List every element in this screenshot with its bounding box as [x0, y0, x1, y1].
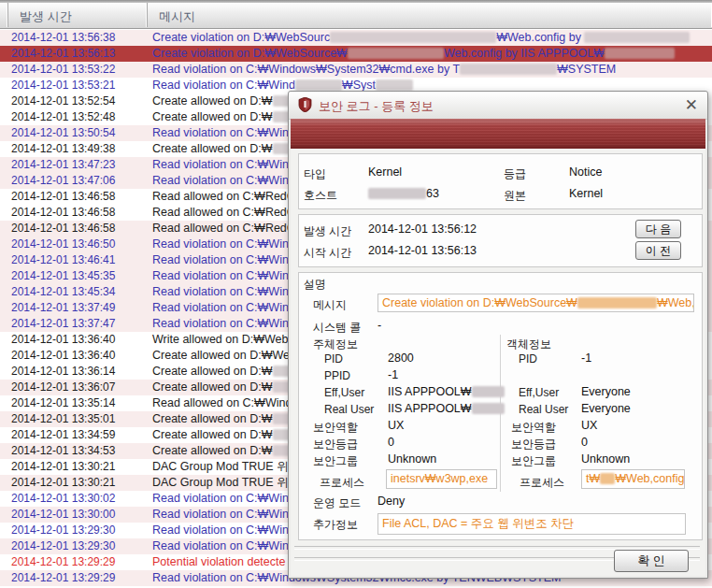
table-row[interactable]: 2014-12-01 13:56:38Create violation on D… [0, 30, 712, 46]
row-message: Create allowed on D:₩ [152, 109, 305, 125]
row-message: Read violation on C:₩Windo [152, 237, 302, 252]
row-message: Read violation on C:₩Windo [152, 491, 302, 507]
ok-button[interactable]: 확 인 [614, 550, 689, 572]
redacted-blur [460, 64, 557, 75]
source-label: 원본 [504, 188, 526, 204]
extra-info-label: 추가정보 [313, 517, 358, 533]
type-label: 타입 [304, 166, 326, 182]
row-message: Read allowed on C:₩RedC [152, 189, 295, 205]
row-message: Read violation on C:₩Windo [152, 300, 302, 316]
redacted-blur [295, 79, 342, 91]
redacted-blur [577, 297, 657, 308]
row-time: 2014-12-01 13:56:38 [11, 30, 115, 46]
message-input[interactable]: Create violation on D:₩WebSource₩₩Web, [377, 294, 694, 312]
row-message: Create allowed on D:₩ [152, 443, 297, 459]
row-message: DAC Group Mod TRUE 위험 [152, 459, 300, 475]
object-info-title: 객체정보 [506, 337, 551, 352]
prev-button[interactable]: 이 전 [635, 241, 681, 260]
extra-info-input[interactable]: File ACL, DAC = 주요 웹 위변조 차단 [377, 513, 686, 535]
header-message-column[interactable]: 메시지 [148, 3, 712, 27]
redacted-blur [376, 79, 413, 91]
dialog-title: 보안 로그 - 등록 정보 [319, 98, 434, 115]
field-label: 보안등급 [511, 437, 556, 452]
field-value: UX [388, 419, 404, 432]
close-icon[interactable]: ✕ [685, 95, 698, 115]
field-value: -1 [388, 368, 398, 381]
row-message: Create allowed on D:₩ [152, 380, 301, 395]
mode-value: Deny [377, 495, 405, 508]
field-label: PPID [324, 369, 350, 382]
row-time: 2014-12-01 13:56:13 [11, 46, 115, 62]
field-value: IIS APPPOOL₩ [388, 402, 505, 415]
row-message: Create violation on D:₩WebSource₩Web.con… [152, 46, 675, 62]
host-value: 63 [368, 187, 439, 200]
row-time: 2014-12-01 13:46:41 [11, 252, 115, 268]
row-time: 2014-12-01 13:46:58 [11, 189, 115, 205]
grade-value: Notice [569, 165, 602, 179]
header-time-column[interactable]: 발생 시간 [8, 3, 148, 27]
start-time-value: 2014-12-01 13:56:13 [368, 244, 477, 257]
row-message: Read violation on C:₩Windo [152, 268, 302, 284]
header-time-label: 발생 시간 [20, 8, 72, 25]
grade-label: 등급 [504, 166, 526, 182]
field-value: 0 [581, 436, 588, 449]
row-time: 2014-12-01 13:36:07 [11, 380, 115, 395]
object-process-input[interactable]: t₩₩Web,config [581, 469, 685, 489]
field-label: Real User [324, 403, 374, 416]
field-value: UX [581, 419, 597, 432]
info-groupbox: 타입 Kernel 등급 Notice 호스트 63 원본 Kernel [298, 153, 703, 209]
field-label: 보안역할 [511, 420, 556, 436]
redacted-blur [348, 48, 444, 59]
row-message: Write allowed on D:₩Web [152, 332, 288, 348]
subject-info-title: 주체정보 [313, 337, 358, 352]
row-time: 2014-12-01 13:29:30 [11, 538, 115, 554]
table-row[interactable]: 2014-12-01 13:56:13Create violation on D… [0, 46, 712, 62]
row-message: Create allowed on D:₩We [152, 348, 290, 364]
field-label: Eff,User [324, 386, 364, 399]
row-time: 2014-12-01 13:36:40 [11, 348, 115, 364]
row-time: 2014-12-01 13:53:22 [11, 62, 115, 78]
row-message: DAC Group Mod TRUE 위험 [152, 475, 300, 491]
row-time: 2014-12-01 13:29:29 [11, 554, 115, 570]
row-message: Read violation on C:₩Windo [152, 507, 302, 523]
dialog-titlebar[interactable]: 보안 로그 - 등록 정보 ✕ [289, 92, 707, 120]
row-message: Create violation on D:₩WebSourc₩Web.conf… [152, 30, 690, 46]
field-label: PID [324, 352, 343, 366]
field-value: 0 [388, 436, 394, 449]
syscall-value: - [377, 319, 381, 332]
occur-time-value: 2014-12-01 13:56:12 [368, 222, 477, 236]
row-time: 2014-12-01 13:30:21 [11, 475, 115, 491]
object-process-label: 프로세스 [520, 475, 564, 491]
field-value: 2800 [388, 351, 414, 365]
row-time: 2014-12-01 13:36:40 [11, 332, 115, 348]
header-selector-column[interactable] [0, 3, 8, 27]
table-row[interactable]: 2014-12-01 13:53:22Read violation on C:₩… [0, 62, 712, 78]
row-time: 2014-12-01 13:52:54 [11, 93, 115, 109]
dialog-security-log-properties: 보안 로그 - 등록 정보 ✕ 타입 Kernel 등급 Notice 호스트 … [288, 91, 708, 579]
row-time: 2014-12-01 13:34:59 [11, 427, 115, 443]
next-button[interactable]: 다 음 [635, 220, 681, 238]
field-label: 보안등급 [313, 437, 358, 452]
row-message: Create allowed on D:₩ [152, 141, 305, 157]
row-time: 2014-12-01 13:45:35 [11, 268, 115, 284]
row-time: 2014-12-01 13:34:53 [11, 443, 115, 459]
subject-process-input[interactable]: inetsrv₩w3wp,exe [386, 469, 497, 489]
row-time: 2014-12-01 13:47:23 [11, 157, 115, 173]
header-message-label: 메시지 [159, 8, 195, 25]
field-value: Everyone [581, 402, 631, 415]
field-label: 보안그룹 [313, 453, 358, 469]
start-time-label: 시작 시간 [304, 245, 351, 261]
row-message: Read violation on C:₩Windo [152, 252, 302, 268]
row-message: Read violation on C:₩Windo [152, 523, 302, 538]
redacted-blur [584, 32, 690, 43]
row-message: Read allowed on C:₩RedC [152, 205, 295, 221]
row-message: Potential violation detecte [152, 554, 285, 570]
row-time: 2014-12-01 13:45:34 [11, 284, 115, 300]
row-message: Read allowed on C:₩Wind [152, 395, 292, 411]
mode-label: 운영 모드 [313, 495, 361, 511]
table-header: 발생 시간 메시지 [0, 3, 712, 29]
row-time: 2014-12-01 13:46:50 [11, 237, 115, 252]
syscall-label: 시스템 콜 [313, 320, 361, 336]
row-time: 2014-12-01 13:30:02 [11, 491, 115, 507]
subject-process-label: 프로세스 [320, 475, 364, 491]
